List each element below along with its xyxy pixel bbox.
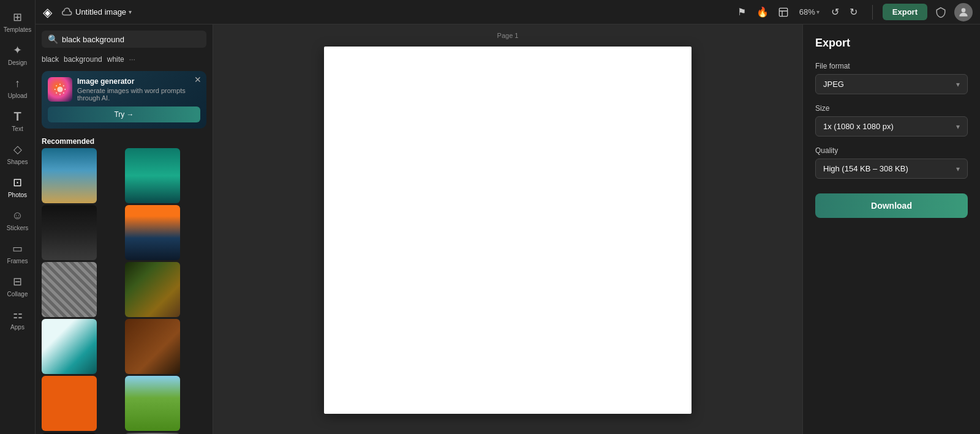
tag-white[interactable]: white <box>107 55 124 64</box>
cloud-icon <box>62 7 73 18</box>
canvas-area: Page 1 <box>213 24 802 434</box>
file-format-label: File format <box>815 62 968 70</box>
canvas-page <box>324 47 692 414</box>
left-sidebar: ⊞ Templates ✦ Design ↑ Upload T Text ◇ S… <box>0 0 36 434</box>
svg-rect-0 <box>779 8 787 16</box>
photo-thumb-field[interactable] <box>125 376 180 431</box>
file-format-dropdown[interactable]: JPEG ▾ <box>815 74 968 94</box>
size-label: Size <box>815 104 968 113</box>
text-icon: T <box>10 109 25 124</box>
photo-thumb-orange[interactable] <box>42 376 97 431</box>
photo-thumb-boat[interactable] <box>125 148 180 203</box>
photo-thumb-city[interactable] <box>42 148 97 203</box>
redo-button[interactable]: ↻ <box>845 4 862 21</box>
quality-chevron: ▾ <box>956 165 960 173</box>
banner-content: Image generator Generate images with wor… <box>48 77 200 102</box>
photo-thumb-wave[interactable] <box>42 319 97 374</box>
tag-black[interactable]: black <box>42 55 59 64</box>
search-box: 🔍 <box>42 31 206 48</box>
user-avatar[interactable] <box>954 3 973 21</box>
zoom-chevron: ▾ <box>816 9 820 15</box>
layout-tool-icon[interactable] <box>775 4 792 21</box>
photo-thumb-dark[interactable] <box>42 205 97 260</box>
tag-background[interactable]: background <box>64 55 102 64</box>
page-label: Page 1 <box>497 32 519 39</box>
export-panel-title: Export <box>815 37 968 50</box>
frames-icon: ▭ <box>10 241 25 256</box>
photos-icon: ⊡ <box>10 175 25 190</box>
banner-close-button[interactable]: ✕ <box>194 75 202 84</box>
quality-dropdown[interactable]: High (154 KB – 308 KB) ▾ <box>815 159 968 179</box>
search-input[interactable] <box>62 35 200 44</box>
doc-title-container[interactable]: Untitled image ▾ <box>62 7 132 18</box>
design-icon: ✦ <box>10 43 25 58</box>
collage-icon: ⊟ <box>10 274 25 289</box>
shield-icon <box>932 4 949 21</box>
sidebar-item-apps[interactable]: ⚏ Apps <box>0 302 35 335</box>
size-value: 1x (1080 x 1080 px) <box>823 122 894 131</box>
sidebar-item-label-templates: Templates <box>4 26 32 33</box>
upload-icon: ↑ <box>10 76 25 91</box>
sidebar-item-label-stickers: Stickers <box>7 225 29 231</box>
sidebar-item-text[interactable]: T Text <box>0 104 35 137</box>
sidebar-item-label-photos: Photos <box>8 192 27 198</box>
toolbar-icons: ⚑ 🔥 68% ▾ ↺ ↻ <box>733 4 862 21</box>
photo-grid <box>36 148 213 434</box>
sidebar-item-photos[interactable]: ⊡ Photos <box>0 170 35 203</box>
sidebar-item-stickers[interactable]: ☺ Stickers <box>0 203 35 236</box>
sidebar-item-design[interactable]: ✦ Design <box>0 38 35 71</box>
file-format-chevron: ▾ <box>956 80 960 89</box>
flag-tool-icon[interactable]: ⚑ <box>733 4 750 21</box>
sidebar-item-label-collage: Collage <box>7 291 28 297</box>
doc-title-chevron: ▾ <box>129 9 132 15</box>
size-dropdown[interactable]: 1x (1080 x 1080 px) ▾ <box>815 116 968 137</box>
download-button[interactable]: Download <box>815 193 968 218</box>
recommended-title: Recommended <box>36 132 213 148</box>
logo: ◈ <box>43 5 52 20</box>
fire-tool-icon[interactable]: 🔥 <box>754 4 771 21</box>
zoom-control[interactable]: 68% ▾ <box>796 6 823 18</box>
quality-value: High (154 KB – 308 KB) <box>823 164 908 173</box>
shapes-icon: ◇ <box>10 142 25 157</box>
banner-thumbnail <box>48 77 72 102</box>
topbar: ◈ Untitled image ▾ ⚑ 🔥 68% ▾ ↺ ↻ Export <box>36 0 980 24</box>
svg-point-2 <box>57 86 62 92</box>
sidebar-item-shapes[interactable]: ◇ Shapes <box>0 137 35 170</box>
file-format-value: JPEG <box>823 80 844 89</box>
photo-thumb-stone[interactable] <box>42 262 97 317</box>
svg-point-1 <box>962 8 966 12</box>
tag-more[interactable]: ··· <box>129 55 135 64</box>
sidebar-item-collage[interactable]: ⊟ Collage <box>0 269 35 302</box>
photo-thumb-food[interactable] <box>125 262 180 317</box>
sidebar-item-frames[interactable]: ▭ Frames <box>0 236 35 269</box>
templates-icon: ⊞ <box>10 10 25 24</box>
undo-button[interactable]: ↺ <box>827 4 844 21</box>
zoom-value: 68% <box>799 7 815 17</box>
sidebar-item-label-frames: Frames <box>7 258 28 264</box>
search-icon: 🔍 <box>48 34 58 44</box>
sidebar-item-upload[interactable]: ↑ Upload <box>0 71 35 104</box>
tag-row: black background white ··· <box>36 51 213 67</box>
photo-thumb-chicken[interactable] <box>125 319 180 374</box>
export-panel: Export File format JPEG ▾ Size 1x (1080 … <box>802 24 980 434</box>
sidebar-item-label-upload: Upload <box>8 92 28 99</box>
banner-description: Generate images with word prompts throug… <box>77 87 200 102</box>
size-chevron: ▾ <box>956 122 960 131</box>
sidebar-item-label-shapes: Shapes <box>7 159 28 165</box>
image-generator-banner: ✕ Image generator Generate images with w… <box>42 71 206 129</box>
try-button[interactable]: Try → <box>48 107 200 122</box>
sidebar-item-templates[interactable]: ⊞ Templates <box>0 5 35 38</box>
doc-title-text: Untitled image <box>75 7 126 17</box>
stickers-icon: ☺ <box>10 208 25 223</box>
apps-icon: ⚏ <box>10 307 25 322</box>
search-area: 🔍 <box>36 24 213 51</box>
sidebar-item-label-design: Design <box>8 59 27 66</box>
sidebar-item-label-text: Text <box>12 125 23 132</box>
sidebar-item-label-apps: Apps <box>10 324 24 331</box>
banner-title: Image generator <box>77 77 200 86</box>
photos-panel: 🔍 black background white ··· ✕ Image gen… <box>36 24 213 434</box>
photo-thumb-city2[interactable] <box>125 205 180 260</box>
quality-label: Quality <box>815 146 968 155</box>
export-button[interactable]: Export <box>883 4 927 20</box>
banner-text: Image generator Generate images with wor… <box>77 77 200 102</box>
